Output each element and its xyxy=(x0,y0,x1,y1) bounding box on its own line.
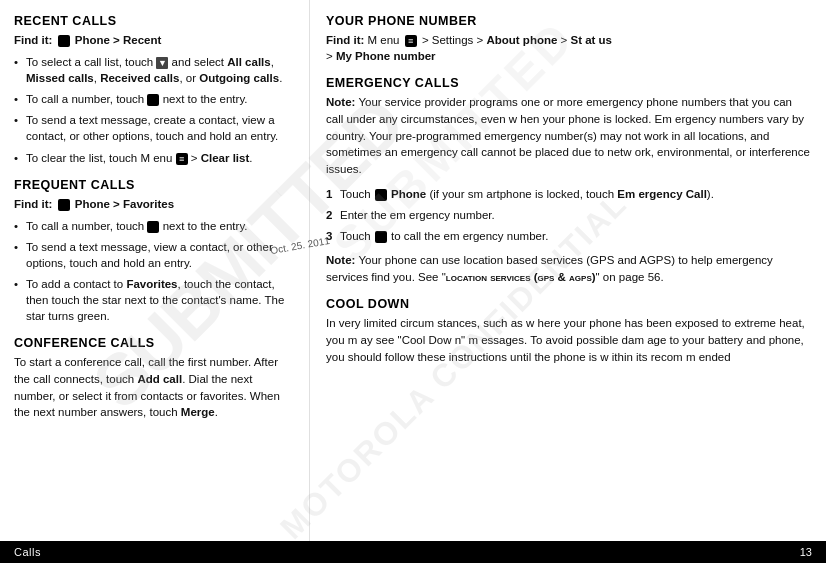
conference-calls-body: To start a conference call, call the fir… xyxy=(14,354,293,421)
cool-down-body: In very limited circum stances, such as … xyxy=(326,315,810,365)
cool-down-title: COOL DOWN xyxy=(326,297,810,311)
phone-icon-freq xyxy=(58,199,70,211)
your-phone-number-find-it: Find it: M enu ≡ > Settings > About phon… xyxy=(326,32,810,64)
list-item: To clear the list, touch M enu ≡ > Clear… xyxy=(14,150,293,166)
step-number: 2 xyxy=(326,207,332,223)
recent-calls-path: Phone > Recent xyxy=(75,34,162,46)
page-container: RECENT CALLS Find it: Phone > Recent To … xyxy=(0,0,826,563)
frequent-calls-bullets: To call a number, touch next to the entr… xyxy=(14,218,293,325)
find-it-label: Find it: xyxy=(14,34,52,46)
list-item: To send a text message, view a contact, … xyxy=(14,239,293,271)
location-services-ref: location services (gps & agps) xyxy=(446,271,596,283)
emergency-calls-title: EMERGENCY CALLS xyxy=(326,76,810,90)
about-phone-text: About phone xyxy=(486,34,557,46)
right-column: YOUR PHONE NUMBER Find it: M enu ≡ > Set… xyxy=(310,0,826,563)
footer-left: Calls xyxy=(14,546,41,558)
find-it-label2: Find it: xyxy=(14,198,52,210)
frequent-calls-path: Phone > Favorites xyxy=(75,198,174,210)
your-phone-number-section: YOUR PHONE NUMBER Find it: M enu ≡ > Set… xyxy=(326,14,810,64)
note-label2: Note: xyxy=(326,254,355,266)
list-item: 3 Touch to call the em ergency number. xyxy=(326,228,810,244)
list-item: To call a number, touch next to the entr… xyxy=(14,218,293,234)
list-item: 1 Touch Phone (if your sm artphone is lo… xyxy=(326,186,810,202)
footer-bar: Calls 13 xyxy=(0,541,826,563)
frequent-calls-title: FREQUENT CALLS xyxy=(14,178,293,192)
your-phone-number-title: YOUR PHONE NUMBER xyxy=(326,14,810,28)
recent-calls-title: RECENT CALLS xyxy=(14,14,293,28)
emergency-calls-note: Note: Your service provider programs one… xyxy=(326,94,810,177)
note-label: Note: xyxy=(326,96,355,108)
emergency-steps: 1 Touch Phone (if your sm artphone is lo… xyxy=(326,186,810,244)
emergency-calls-section: EMERGENCY CALLS Note: Your service provi… xyxy=(326,76,810,285)
recent-calls-find-it: Find it: Phone > Recent xyxy=(14,32,293,48)
phone-icon-inline xyxy=(58,35,70,47)
find-it-label3: Find it: xyxy=(326,34,364,46)
step-number: 1 xyxy=(326,186,332,202)
left-column: RECENT CALLS Find it: Phone > Recent To … xyxy=(0,0,310,563)
list-item: To select a call list, touch ▼ and selec… xyxy=(14,54,293,86)
footer-right: 13 xyxy=(800,546,812,558)
recent-calls-bullets: To select a call list, touch ▼ and selec… xyxy=(14,54,293,166)
conference-calls-section: CONFERENCE CALLS To start a conference c… xyxy=(14,336,293,421)
emergency-note2: Note: Your phone can use location based … xyxy=(326,252,810,285)
conference-calls-title: CONFERENCE CALLS xyxy=(14,336,293,350)
recent-calls-section: RECENT CALLS Find it: Phone > Recent To … xyxy=(14,14,293,166)
cool-down-section: COOL DOWN In very limited circum stances… xyxy=(326,297,810,365)
list-item: 2 Enter the em ergency number. xyxy=(326,207,810,223)
frequent-calls-section: FREQUENT CALLS Find it: Phone > Favorite… xyxy=(14,178,293,325)
list-item: To add a contact to Favorites, touch the… xyxy=(14,276,293,324)
list-item: To send a text message, create a contact… xyxy=(14,112,293,144)
list-item: To call a number, touch next to the entr… xyxy=(14,91,293,107)
frequent-calls-find-it: Find it: Phone > Favorites xyxy=(14,196,293,212)
